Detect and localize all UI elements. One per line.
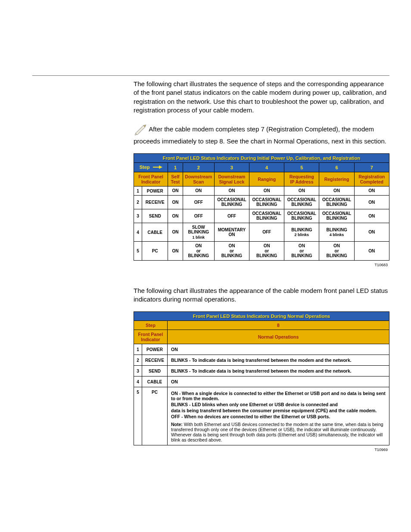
row-indicator: POWER <box>142 187 168 196</box>
row-desc: BLINKS - To indicate data is being trans… <box>168 366 389 376</box>
table2-title-row: Front Panel LED Status Indicators During… <box>134 312 389 321</box>
row-cell: ON <box>354 242 389 261</box>
row-cell: OCCASIONALBLINKING <box>319 195 354 209</box>
row-cell: ONorBLINKING <box>183 242 214 261</box>
phase-3: DownstreamSignal Lock <box>214 172 249 187</box>
table2-phase: Normal Operations <box>168 330 389 344</box>
row-cell: OCCASIONALBLINKING <box>284 195 319 209</box>
row-indicator: PC <box>142 242 168 261</box>
step-4: 4 <box>249 163 284 172</box>
step-3: 3 <box>214 163 249 172</box>
table1-row: 3SENDONOFFOFFOCCASIONALBLINKINGOCCASIONA… <box>134 209 389 223</box>
svg-marker-1 <box>159 165 162 169</box>
row-indicator: PC <box>142 387 168 445</box>
row-cell: OFF <box>183 195 214 209</box>
row-num: 4 <box>134 376 142 387</box>
header-rule <box>32 75 389 76</box>
phase-4: Ranging <box>249 172 284 187</box>
row-num: 3 <box>134 209 142 223</box>
row-indicator: CABLE <box>142 223 168 242</box>
row-cell: BLINKING4 blinks <box>319 223 354 242</box>
row-num: 5 <box>134 387 142 445</box>
table2-step-row: Step 8 <box>134 321 389 330</box>
step-6: 6 <box>319 163 354 172</box>
row-cell: ON <box>168 223 183 242</box>
row-cell: ON <box>284 187 319 196</box>
row-cell: OCCASIONALBLINKING <box>214 195 249 209</box>
table1-title: Front Panel LED Status Indicators During… <box>134 154 389 163</box>
row-cell: ONorBLINKING <box>319 242 354 261</box>
table2-fp-label: Front PanelIndicator <box>134 330 168 344</box>
row-num: 4 <box>134 223 142 242</box>
row-cell: OCCASIONALBLINKING <box>249 195 284 209</box>
table2-phase-row: Front PanelIndicator Normal Operations <box>134 330 389 344</box>
row-cell: ON <box>319 187 354 196</box>
table1-title-row: Front Panel LED Status Indicators During… <box>134 154 389 163</box>
row-cell: BLINKING2 blinks <box>284 223 319 242</box>
row-cell: ONorBLINKING <box>249 242 284 261</box>
row-cell: ON <box>354 223 389 242</box>
table1-row: 1POWERONONONONONONON <box>134 187 389 196</box>
table2-title: Front Panel LED Status Indicators During… <box>134 312 389 321</box>
row-cell: OCCASIONALBLINKING <box>249 209 284 223</box>
table2-row: 2RECEIVEBLINKS - To indicate data is bei… <box>134 355 389 366</box>
row-cell: ONorBLINKING <box>284 242 319 261</box>
row-num: 2 <box>134 355 142 366</box>
row-desc: ON <box>168 344 389 355</box>
row-indicator: SEND <box>142 209 168 223</box>
row-cell: ON <box>354 187 389 196</box>
row-cell: ONorBLINKING <box>214 242 249 261</box>
table1-phase-row: Front PanelIndicator SelfTest Downstream… <box>134 172 389 187</box>
row-desc: BLINKS - To indicate data is being trans… <box>168 355 389 366</box>
table2-row: 3SENDBLINKS - To indicate data is being … <box>134 366 389 376</box>
row-indicator: RECEIVE <box>142 355 168 366</box>
row-cell: ON <box>183 187 214 196</box>
row-num: 3 <box>134 366 142 376</box>
row-cell: ON <box>354 209 389 223</box>
page: The following chart illustrates the sequ… <box>0 0 411 532</box>
led-powerup-table: Front Panel LED Status Indicators During… <box>134 153 389 261</box>
row-cell: OFF <box>249 223 284 242</box>
table1-row: 2RECEIVEONOFFOCCASIONALBLINKINGOCCASIONA… <box>134 195 389 209</box>
table2-step-value: 8 <box>168 321 389 330</box>
step-7: 7 <box>354 163 389 172</box>
row-num: 5 <box>134 242 142 261</box>
row-indicator: POWER <box>142 344 168 355</box>
note-paragraph: After the cable modem completes step 7 (… <box>134 122 389 146</box>
row-cell: ON <box>214 187 249 196</box>
section2-intro: The following chart illustrates the appe… <box>134 286 389 304</box>
row-num: 1 <box>134 344 142 355</box>
step-1: 1 <box>168 163 183 172</box>
row-cell: OCCASIONALBLINKING <box>284 209 319 223</box>
table1-row: 4CABLEONSLOWBLINKING1 blinkMOMENTARYONOF… <box>134 223 389 242</box>
step-2: 2 <box>183 163 214 172</box>
table1-step-row: Step 1 2 3 4 5 6 7 <box>134 163 389 172</box>
table2-row-pc: 5 PC ON - When a single device is connec… <box>134 387 389 445</box>
table2-step-label: Step <box>134 321 168 330</box>
row-cell: ON <box>249 187 284 196</box>
row-cell: ON <box>168 242 183 261</box>
row-indicator: RECEIVE <box>142 195 168 209</box>
row-cell: SLOWBLINKING1 blink <box>183 223 214 242</box>
row-cell: ON <box>168 195 183 209</box>
step-5: 5 <box>284 163 319 172</box>
phase-7: RegistrationCompleted <box>354 172 389 187</box>
table1-step-label-cell: Step <box>134 163 168 172</box>
phase-5: RequestingIP Address <box>284 172 319 187</box>
table2-row: 4CABLEON <box>134 376 389 387</box>
table1-row: 5PCONONorBLINKINGONorBLINKINGONorBLINKIN… <box>134 242 389 261</box>
arrow-right-icon <box>153 165 162 170</box>
row-indicator: CABLE <box>142 376 168 387</box>
section1-intro: The following chart illustrates the sequ… <box>134 80 389 115</box>
row-cell: ON <box>354 195 389 209</box>
note-text: After the cable modem completes step 7 (… <box>134 125 386 145</box>
front-panel-indicator-label: Front PanelIndicator <box>134 172 168 187</box>
note-hand-icon <box>134 122 147 137</box>
table2-ref-code: T10969 <box>134 446 389 452</box>
row-cell: ON <box>168 187 183 196</box>
row-cell: OCCASIONALBLINKING <box>319 209 354 223</box>
phase-6: Registering <box>319 172 354 187</box>
table1-ref-code: T10683 <box>134 261 389 267</box>
row-cell: OFF <box>214 209 249 223</box>
row-cell: MOMENTARYON <box>214 223 249 242</box>
